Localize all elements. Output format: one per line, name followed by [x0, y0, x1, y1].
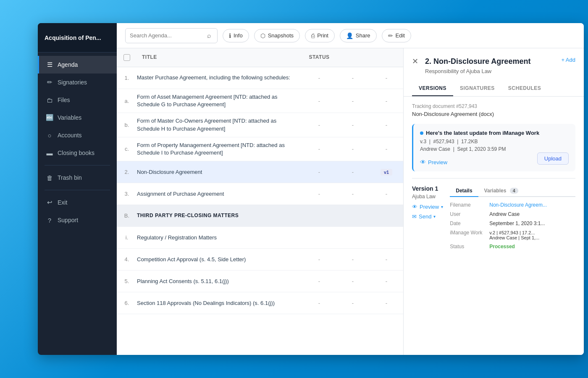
project-title: Acquisition of Pen...	[38, 23, 117, 52]
snapshots-button[interactable]: ⬡ Snapshots	[254, 29, 300, 42]
agenda-table: Title Status 1. Master Purchase Agreemen…	[117, 48, 403, 355]
sidebar-item-variables[interactable]: 🔤 Variables	[38, 109, 117, 126]
row-status-1: -	[302, 98, 336, 104]
snapshots-icon: ⬡	[260, 32, 265, 39]
version-preview-button[interactable]: 👁 Preview ▾	[412, 204, 443, 210]
sidebar-label-closing-books: Closing books	[58, 150, 94, 156]
sidebar-item-accounts[interactable]: ○ Accounts	[38, 126, 117, 144]
version-card: Version 1 Ajuba Law 👁 Preview ▾	[412, 185, 575, 253]
row-status-3: -	[370, 300, 403, 306]
edit-button[interactable]: ✏ Edit	[382, 29, 411, 42]
version-send-button[interactable]: ✉ Send ▾	[412, 213, 436, 220]
row-status-2: -	[336, 122, 370, 128]
latest-version-text: Here's the latest update from iManage Wo…	[426, 130, 539, 136]
row-number: b.	[117, 122, 137, 128]
row-number: 6.	[117, 300, 137, 306]
sidebar-item-trash-bin[interactable]: 🗑 Trash bin	[38, 169, 117, 186]
checkbox-header[interactable]	[117, 52, 137, 63]
detail-row-status: Status Processed	[450, 244, 575, 249]
status-label: Status	[450, 244, 488, 249]
row-status-3: -	[370, 98, 403, 104]
share-button[interactable]: 👤 Share	[340, 29, 377, 42]
search-button[interactable]: ⌕	[205, 30, 213, 41]
search-box[interactable]: ⌕	[125, 28, 218, 43]
filename-label: Filename	[450, 202, 488, 208]
imanage-label: iManage Work	[450, 230, 488, 236]
row-status-3: -	[370, 146, 403, 152]
print-button[interactable]: ⎙ Print	[305, 29, 335, 42]
table-row-selected[interactable]: 2. Non-Disclosure Agreement - - v1	[117, 161, 403, 183]
row-number: a.	[117, 98, 137, 104]
status2-header	[336, 52, 370, 63]
table-row[interactable]: i. Regulatory / Registration Matters	[117, 227, 403, 249]
status-header: Status	[302, 52, 336, 63]
version-author-date: Andrew Case | Sept 1, 2020 3:59 PM	[420, 146, 569, 152]
vd-tab-variables[interactable]: Variables 4	[478, 185, 524, 197]
version-send-actions: ✉ Send ▾	[412, 213, 443, 220]
send-icon: ✉	[412, 213, 417, 220]
table-row[interactable]: b. Form of Master Co-Owners Agreement [N…	[117, 113, 403, 137]
version-org: Ajuba Law	[412, 194, 443, 200]
table-row[interactable]: 6. Section 118 Approvals (No Dealings In…	[117, 292, 403, 314]
row-status-1: -	[302, 146, 336, 152]
row-status-3: -	[370, 256, 403, 262]
version-actions: 👁 Preview ▾	[412, 204, 443, 210]
sidebar-label-trash-bin: Trash bin	[58, 174, 82, 181]
latest-version-label: Here's the latest update from iManage Wo…	[420, 130, 569, 136]
tab-signatures[interactable]: SIGNATURES	[453, 81, 501, 96]
table-row[interactable]: 3. Assignment of Purchase Agreement - - …	[117, 183, 403, 205]
sidebar-item-agenda[interactable]: ☰ Agenda	[38, 56, 117, 74]
panel-add-button[interactable]: + Add	[561, 57, 575, 63]
table-row[interactable]: 4. Competition Act Approval (s. 4.5, Sid…	[117, 249, 403, 270]
latest-version-entry: Here's the latest update from iManage Wo…	[412, 124, 575, 171]
panel-close-button[interactable]: ✕	[412, 58, 418, 65]
filename-value[interactable]: Non-Disclosure Agreem...	[489, 202, 575, 208]
snapshots-label: Snapshots	[268, 32, 294, 39]
row-number: 5.	[117, 278, 137, 284]
version-preview-label: Preview	[420, 204, 439, 210]
status3-header	[370, 52, 403, 63]
panel-subtitle: Responsibility of Ajuba Law	[425, 68, 556, 74]
sidebar-item-exit[interactable]: ↩ Exit	[38, 194, 117, 211]
section-divider	[412, 178, 575, 178]
sidebar-item-files[interactable]: 🗀 Files	[38, 91, 117, 109]
table-header: Title Status	[117, 48, 403, 67]
table-row[interactable]: c. Form of Property Management Agreement…	[117, 137, 403, 161]
tab-versions[interactable]: VERSIONS	[412, 81, 453, 96]
search-input[interactable]	[130, 32, 205, 39]
panel-header: ✕ 2. Non-Disclosure Agreement Responsibi…	[404, 48, 584, 74]
title-header: Title	[137, 52, 302, 63]
select-all-checkbox[interactable]	[123, 54, 130, 61]
version-meta: v.3 | #527,943 | 17.2KB	[420, 139, 569, 144]
row-status-2: -	[336, 300, 370, 306]
exit-icon: ↩	[46, 199, 53, 206]
sidebar-item-closing-books[interactable]: ▬ Closing books	[38, 144, 117, 162]
sidebar-nav: ☰ Agenda ✏ Signatories 🗀 Files 🔤 Variabl…	[38, 52, 117, 355]
table-row[interactable]: a. Form of Asset Management Agreement [N…	[117, 89, 403, 113]
preview-label: Preview	[428, 159, 447, 165]
sidebar-item-support[interactable]: ? Support	[38, 211, 117, 229]
row-status-1: -	[302, 75, 336, 81]
row-number: 4.	[117, 256, 137, 262]
row-status-1: -	[302, 169, 336, 175]
table-row[interactable]: 5. Planning Act Consents (s. 5.11, 6.1(j…	[117, 270, 403, 292]
vd-tab-details[interactable]: Details	[450, 185, 478, 197]
row-status-1: -	[302, 191, 336, 197]
chevron-down-icon-2: ▾	[433, 214, 436, 219]
date-label: Date	[450, 220, 488, 226]
info-button[interactable]: ℹ Info	[223, 29, 249, 42]
row-number: 1.	[117, 75, 137, 81]
table-row[interactable]: 1. Master Purchase Agreement, including …	[117, 67, 403, 89]
sidebar-item-signatories[interactable]: ✏ Signatories	[38, 74, 117, 91]
date-value: September 1, 2020 3:1...	[489, 220, 575, 226]
sidebar-label-agenda: Agenda	[58, 61, 78, 68]
version-author: Andrew Case	[420, 146, 450, 152]
tab-schedules[interactable]: SCHEDULES	[501, 81, 548, 96]
user-label: User	[450, 211, 488, 217]
row-number: i.	[117, 234, 137, 241]
row-number: B.	[117, 213, 137, 219]
panel-title: 2. Non-Disclosure Agreement	[425, 57, 556, 66]
preview-link[interactable]: 👁 Preview	[420, 159, 447, 165]
upload-button[interactable]: Upload	[537, 152, 569, 165]
eye-icon: 👁	[420, 159, 426, 165]
